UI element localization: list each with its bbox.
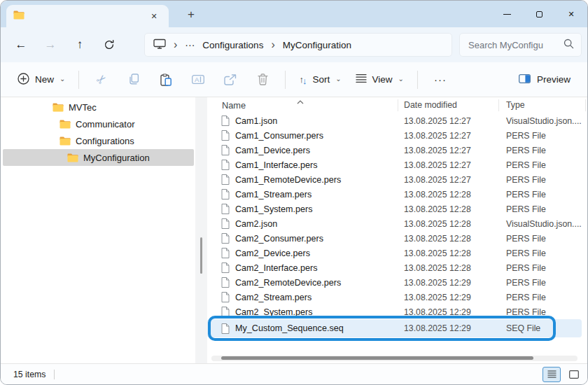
file-row[interactable]: Cam1_Consumer.pers 13.08.2025 12:27 PERS…	[207, 128, 587, 143]
file-row[interactable]: Cam1_Interface.pers 13.08.2025 12:27 PER…	[207, 158, 587, 172]
view-toggle-group	[542, 367, 583, 382]
navigation-bar: ← → ↑ › ··· Configurations › MyConfigura…	[1, 27, 587, 62]
cut-button[interactable]: ✂	[85, 67, 118, 92]
close-button[interactable]: ✕	[555, 1, 587, 27]
file-name-cell: Cam2_RemoteDevice.pers	[221, 277, 404, 288]
file-date-modified: 13.08.2025 12:27	[404, 131, 506, 141]
more-options-button[interactable]: ···	[424, 67, 456, 92]
share-button[interactable]	[214, 67, 246, 92]
file-icon	[221, 277, 230, 288]
column-header-name[interactable]: Name	[222, 100, 246, 111]
folder-icon	[59, 120, 71, 129]
file-icon	[221, 160, 230, 170]
circle-plus-icon	[18, 73, 29, 87]
new-tab-button[interactable]: +	[181, 6, 201, 23]
file-row[interactable]: My_Custom_Sequence.seq 13.08.2025 12:29 …	[207, 319, 582, 337]
file-name: Cam1_Interface.pers	[235, 160, 318, 170]
column-divider[interactable]	[585, 99, 586, 111]
maximize-button[interactable]	[523, 1, 555, 27]
column-divider[interactable]	[498, 99, 499, 111]
file-row[interactable]: Cam2_Stream.pers 13.08.2025 12:29 PERS F…	[207, 290, 587, 304]
column-header-type[interactable]: Type	[506, 100, 525, 110]
file-date-modified: 13.08.2025 12:27	[404, 160, 506, 170]
paste-button[interactable]	[150, 67, 182, 92]
sort-arrows-icon: ↑↓	[299, 74, 307, 85]
this-pc-icon	[153, 38, 166, 52]
file-icon	[221, 218, 230, 229]
file-row[interactable]: Cam2.json 13.08.2025 12:28 VisualStudio.…	[207, 216, 587, 231]
toolbar-divider	[78, 71, 79, 89]
tab-close-button[interactable]: ✕	[146, 8, 162, 24]
back-button[interactable]: ←	[6, 32, 36, 57]
file-icon	[221, 307, 230, 317]
column-divider[interactable]	[398, 99, 398, 111]
column-header-date-modified[interactable]: Date modified	[404, 100, 457, 110]
horizontal-scrollbar[interactable]	[211, 356, 578, 361]
file-name-cell: Cam2_Consumer.pers	[221, 233, 404, 244]
file-row[interactable]: Cam2_Consumer.pers 13.08.2025 12:28 PERS…	[207, 231, 587, 246]
file-name: Cam2_Interface.pers	[235, 263, 318, 273]
copy-button[interactable]	[118, 67, 150, 92]
view-button[interactable]: View ⌄	[349, 67, 411, 92]
file-row[interactable]: Cam2_System.pers 13.08.2025 12:29 PERS F…	[207, 304, 587, 319]
file-row[interactable]: Cam1_RemoteDevice.pers 13.08.2025 12:27 …	[207, 172, 587, 187]
file-row[interactable]: Cam2_Interface.pers 13.08.2025 12:28 PER…	[207, 260, 587, 275]
file-row[interactable]: Cam1_Stream.pers 13.08.2025 12:28 PERS F…	[207, 187, 587, 202]
sort-button-label: Sort	[312, 74, 330, 85]
details-view-icon	[547, 370, 556, 378]
file-name: Cam1_RemoteDevice.pers	[235, 175, 341, 185]
sidebar-item-communicator[interactable]: Communicator	[1, 115, 195, 132]
minimize-button[interactable]	[491, 1, 523, 27]
file-type: PERS File	[506, 160, 587, 170]
delete-button[interactable]	[246, 67, 279, 92]
breadcrumb-item-configurations[interactable]: Configurations	[202, 40, 263, 50]
file-row[interactable]: Cam2_RemoteDevice.pers 13.08.2025 12:29 …	[207, 275, 587, 290]
file-type: SEQ File	[506, 323, 582, 333]
rename-button[interactable]: A	[182, 67, 214, 92]
search-input[interactable]	[468, 40, 564, 50]
search-icon	[564, 38, 574, 52]
file-row[interactable]: Cam1_Device.pers 13.08.2025 12:27 PERS F…	[207, 143, 587, 158]
file-name: Cam1_Consumer.pers	[235, 131, 323, 141]
copy-icon	[128, 74, 140, 85]
scissors-icon: ✂	[93, 71, 111, 88]
horizontal-scrollbar-thumb[interactable]	[221, 356, 533, 360]
file-icon	[221, 323, 230, 334]
file-type: PERS File	[506, 204, 587, 214]
preview-button[interactable]: Preview	[512, 67, 578, 92]
explorer-tab[interactable]: ✕	[6, 5, 169, 27]
address-bar[interactable]: › ··· Configurations › MyConfiguration	[144, 33, 452, 57]
new-button[interactable]: New ⌄	[10, 67, 72, 92]
sort-button[interactable]: ↑↓ Sort ⌄	[292, 67, 348, 92]
file-name: Cam2_System.pers	[235, 307, 313, 317]
folder-icon	[59, 136, 71, 146]
file-name-cell: Cam1_System.pers	[221, 204, 404, 214]
vertical-scrollbar-thumb[interactable]	[200, 237, 202, 274]
file-icon	[221, 130, 230, 141]
large-icons-view-button[interactable]	[565, 367, 583, 382]
file-row[interactable]: Cam2_Device.pers 13.08.2025 12:28 PERS F…	[207, 246, 587, 260]
breadcrumb-ellipsis[interactable]: ···	[185, 39, 195, 50]
file-icon	[221, 292, 230, 302]
file-row[interactable]: Cam1_System.pers 13.08.2025 12:28 PERS F…	[207, 202, 587, 216]
file-date-modified: 13.08.2025 12:28	[404, 263, 506, 273]
pane-gutter	[195, 97, 207, 363]
chevron-down-icon: ⌄	[398, 75, 404, 83]
chevron-down-icon: ⌄	[335, 75, 341, 83]
file-row[interactable]: Cam1.json 13.08.2025 12:27 VisualStudio.…	[207, 113, 587, 128]
navigation-pane: MVTec Communicator Configurations MyConf…	[1, 97, 195, 363]
view-button-label: View	[372, 74, 393, 85]
file-name: Cam1.json	[235, 116, 277, 126]
file-name-cell: Cam1_Device.pers	[221, 145, 404, 155]
file-name: My_Custom_Sequence.seq	[235, 323, 344, 333]
sidebar-item-configurations[interactable]: Configurations	[1, 132, 195, 149]
forward-button[interactable]: →	[36, 32, 65, 57]
breadcrumb-item-myconfiguration[interactable]: MyConfiguration	[283, 40, 351, 50]
sidebar-item-myconfiguration[interactable]: MyConfiguration	[3, 149, 194, 166]
sidebar-item-mvtec[interactable]: MVTec	[1, 99, 195, 115]
details-view-button[interactable]	[542, 367, 561, 382]
refresh-button[interactable]	[94, 32, 124, 57]
up-button[interactable]: ↑	[65, 32, 94, 57]
folder-icon	[13, 10, 24, 22]
search-box[interactable]	[459, 33, 582, 57]
